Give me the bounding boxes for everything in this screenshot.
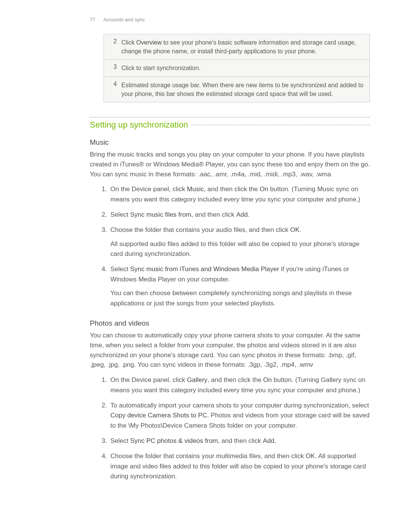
list-item: Select Sync music from iTunes and Window… <box>109 264 370 310</box>
list-item: On the Device panel, click Music, and th… <box>109 184 370 207</box>
photos-intro: You can choose to automatically copy you… <box>90 331 370 370</box>
section-divider <box>90 117 370 118</box>
callout-table: 2 Click Overview to see your phone's bas… <box>104 34 370 102</box>
music-steps: On the Device panel, click Music, and th… <box>99 184 370 310</box>
list-item: Select Sync music files from, and then c… <box>109 210 370 222</box>
list-item: To automatically import your camera shot… <box>109 401 370 433</box>
paragraph: All supported audio files added to this … <box>110 239 370 259</box>
music-intro: Bring the music tracks and songs you pla… <box>90 150 370 179</box>
page: 77 Accounts and sync 2 Click Overview to… <box>0 0 411 532</box>
subheading-music: Music <box>90 138 370 147</box>
list-item: On the Device panel, click Gallery, and … <box>109 375 370 398</box>
section-heading-rule <box>192 125 370 125</box>
paragraph: You can then choose between completely s… <box>110 288 370 308</box>
list-item: Choose the folder that contains your mul… <box>109 451 370 484</box>
page-number: 77 <box>90 17 95 22</box>
row-number: 2 <box>104 34 119 59</box>
row-number: 3 <box>104 60 119 76</box>
section-heading: Setting up synchronization <box>90 120 192 130</box>
table-row: 3 Click to start synchronization. <box>104 59 370 76</box>
section-heading-row: Setting up synchronization <box>90 120 370 130</box>
table-row: 4 Estimated storage usage bar. When ther… <box>104 77 370 102</box>
running-header: 77 Accounts and sync <box>90 17 370 22</box>
row-number: 4 <box>104 77 119 102</box>
row-text: Click to start synchronization. <box>119 60 207 76</box>
subheading-photos: Photos and videos <box>90 319 370 328</box>
list-item: Select Sync PC photos & videos from, and… <box>109 436 370 448</box>
chapter-title: Accounts and sync <box>103 17 145 22</box>
list-item: Choose the folder that contains your aud… <box>109 225 370 261</box>
photos-steps: On the Device panel, click Gallery, and … <box>99 375 370 484</box>
row-text: Estimated storage usage bar. When there … <box>119 77 370 102</box>
row-text: Click Overview to see your phone's basic… <box>119 34 370 59</box>
table-row: 2 Click Overview to see your phone's bas… <box>104 34 370 59</box>
